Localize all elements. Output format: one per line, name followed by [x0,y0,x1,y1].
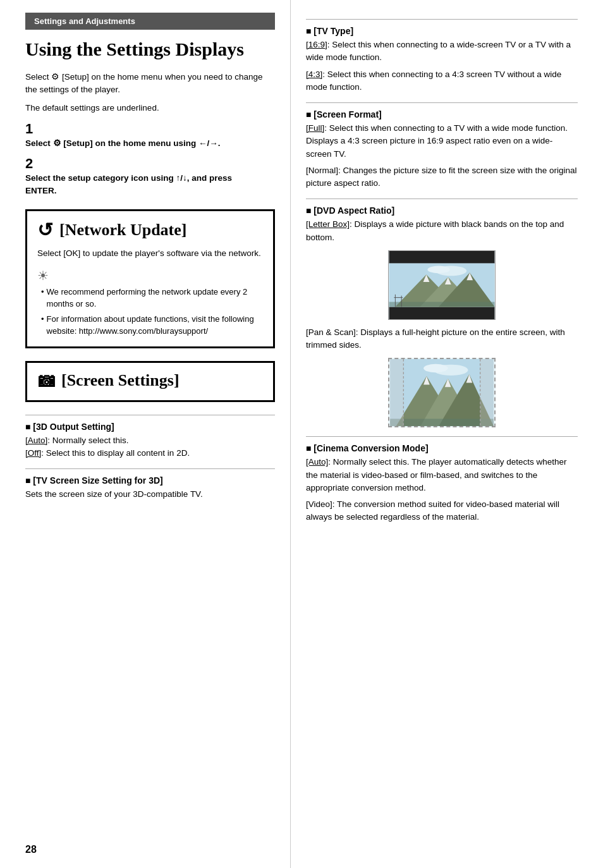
settings-banner: Settings and Adjustments [25,13,275,30]
tv-type-43-content: [4:3]: Select this when connecting to a … [306,68,578,94]
tv-screen-size-title: ■ [TV Screen Size Setting for 3D] [25,475,275,486]
output-3d-title: ■ [3D Output Setting] [25,422,275,432]
svg-point-17 [423,364,448,372]
dvd-aspect-ps-content: [Pan & Scan]: Displays a full-height pic… [306,326,578,352]
screen-format-full-content: [Full]: Select this when connecting to a… [306,122,578,161]
svg-rect-11 [389,302,495,307]
network-update-desc: Select [OK] to update the player's softw… [37,247,263,260]
step-2-text: Select the setup category icon using ↑/↓… [25,172,265,197]
divider-1 [25,415,275,415]
divider-right-3 [306,199,578,199]
cinema-conversion-section: ■ [Cinema Conversion Mode] [Auto]: Norma… [306,443,578,523]
tv-type-section: ■ [TV Type] [16:9]: Select this when con… [306,26,578,94]
tip-item-2: • For information about update functions… [41,313,263,338]
page-number: 28 [25,844,37,855]
cinema-conversion-video-content: [Video]: The conversion method suited fo… [306,498,578,524]
tv-screen-size-content: Sets the screen size of your 3D-compatib… [25,488,275,501]
step-2: 2 Select the setup category icon using ↑… [25,154,275,197]
divider-right-4 [306,436,578,437]
screen-format-title: ■ [Screen Format] [306,109,578,119]
step-2-number: 2 [25,156,33,172]
dvd-aspect-lb-content: [Letter Box]: Displays a wide picture wi… [306,218,578,244]
intro-text-2: The default settings are underlined. [25,102,275,114]
cinema-conversion-title: ■ [Cinema Conversion Mode] [306,443,578,453]
intro-text-1: Select ⚙ [Setup] on the home menu when y… [25,71,275,97]
step-1-text: Select ⚙ [Setup] on the home menu using … [25,137,265,150]
screen-settings-section: 📷︎ [Screen Settings] [25,361,275,402]
screen-format-section: ■ [Screen Format] [Full]: Select this wh… [306,109,578,190]
tv-type-169-content: [16:9]: Select this when connecting to a… [306,39,578,64]
dvd-aspect-section: ■ [DVD Aspect Ratio] [Letter Box]: Displ… [306,205,578,427]
screen-format-normal-content: [Normal]: Changes the picture size to fi… [306,164,578,190]
letterbox-image [388,250,496,320]
step-1: 1 Select ⚙ [Setup] on the home menu usin… [25,119,275,150]
svg-rect-0 [389,251,495,264]
network-update-icon: ↺ [37,219,53,241]
screen-settings-title: 📷︎ [Screen Settings] [37,370,263,391]
dvd-aspect-title: ■ [DVD Aspect Ratio] [306,205,578,216]
tv-type-title: ■ [TV Type] [306,26,578,36]
svg-rect-27 [390,359,403,426]
network-update-title: ↺ [Network Update] [37,219,263,241]
output-3d-content: [Auto]: Normally select this. [Off]: Sel… [25,434,275,460]
svg-rect-1 [389,307,495,319]
network-update-section: ↺ [Network Update] Select [OK] to update… [25,209,275,348]
svg-rect-24 [390,419,494,427]
page-title: Using the Settings Displays [25,39,275,59]
tip-item-1: • We recommend performing the network up… [41,286,263,310]
tip-icon: ☀ [37,268,263,283]
tip-section: ☀ • We recommend performing the network … [37,268,263,338]
panscan-image [388,358,496,427]
step-1-number: 1 [25,121,33,137]
output-3d-section: ■ [3D Output Setting] [Auto]: Normally s… [25,422,275,460]
divider-right-2 [306,102,578,103]
svg-point-4 [427,266,449,273]
divider-right-1 [306,19,578,20]
divider-2 [25,468,275,469]
svg-rect-28 [480,359,494,426]
cinema-conversion-auto-content: [Auto]: Normally select this. The player… [306,456,578,494]
screen-settings-icon: 📷︎ [37,370,55,391]
tv-screen-size-section: ■ [TV Screen Size Setting for 3D] Sets t… [25,475,275,501]
